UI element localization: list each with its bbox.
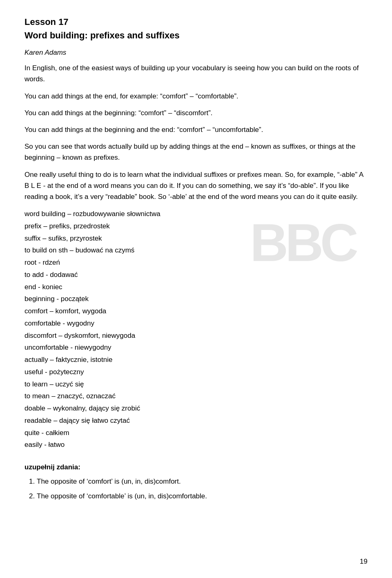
vocab-item: to learn – uczyć się bbox=[24, 378, 368, 391]
vocab-item: comfortable - wygodny bbox=[24, 317, 368, 330]
vocab-item: readable – dający się łatwo czytać bbox=[24, 415, 368, 427]
vocab-item: quite - całkiem bbox=[24, 427, 368, 439]
author: Karen Adams bbox=[24, 49, 368, 57]
vocab-item: comfort – komfort, wygoda bbox=[24, 305, 368, 317]
exercise-item: The opposite of ‘comfort’ is (un, in, di… bbox=[37, 475, 368, 488]
exercise-item: The opposite of ‘comfortable’ is (un, in… bbox=[37, 490, 368, 502]
vocab-item: to add - dodawać bbox=[24, 269, 368, 281]
vocab-item: doable – wykonalny, dający się zrobić bbox=[24, 402, 368, 415]
exercises-list: The opposite of ‘comfort’ is (un, in, di… bbox=[24, 475, 368, 502]
intro-paragraph: In English, one of the easiest ways of b… bbox=[24, 62, 368, 85]
vocab-item: word building – rozbudowywanie słownictw… bbox=[24, 208, 368, 220]
paragraph-9-inline: So ‘-able’ at the end of the word means … bbox=[158, 193, 358, 201]
paragraph-3: You can add things at the beginning and … bbox=[24, 124, 368, 135]
vocab-item: actually – faktycznie, istotnie bbox=[24, 354, 368, 366]
paragraph-2: You can add things at the beginning: “co… bbox=[24, 107, 368, 118]
vocab-list: word building – rozbudowywanie słownictw… bbox=[24, 208, 368, 451]
vocab-item: easily - łatwo bbox=[24, 439, 368, 451]
paragraph-1: You can add things at the end, for examp… bbox=[24, 91, 368, 102]
vocab-item: beginning - początek bbox=[24, 293, 368, 305]
page-number: 19 bbox=[360, 558, 368, 566]
vocab-item: end - koniec bbox=[24, 281, 368, 293]
exercises-section: uzupełnij zdania: The opposite of ‘comfo… bbox=[24, 463, 368, 502]
exercises-title: uzupełnij zdania: bbox=[24, 463, 368, 471]
vocab-item: uncomfortable - niewygodny bbox=[24, 341, 368, 354]
lesson-title-line2: Word building: prefixes and suffixes bbox=[24, 30, 368, 42]
vocab-item: useful - pożyteczny bbox=[24, 366, 368, 378]
paragraph-4: So you can see that words actually build… bbox=[24, 141, 368, 163]
vocab-item: discomfort – dyskomfort, niewygoda bbox=[24, 330, 368, 342]
vocab-item: suffix – sufiks, przyrostek bbox=[24, 232, 368, 245]
paragraph-5: One really useful thing to do is to lear… bbox=[24, 169, 368, 203]
page-container: Lesson 17 Word building: prefixes and su… bbox=[0, 0, 392, 578]
vocab-item: to mean – znaczyć, oznaczać bbox=[24, 390, 368, 402]
lesson-title-line1: Lesson 17 bbox=[24, 16, 368, 28]
vocab-section: BBC word building – rozbudowywanie słown… bbox=[24, 208, 368, 451]
vocab-item: to build on sth – budować na czymś bbox=[24, 244, 368, 257]
vocab-item: prefix – prefiks, przedrostek bbox=[24, 220, 368, 232]
vocab-item: root - rdzeń bbox=[24, 257, 368, 269]
paragraph-7-inline: If you can do something, we say it’s “do… bbox=[177, 182, 318, 190]
